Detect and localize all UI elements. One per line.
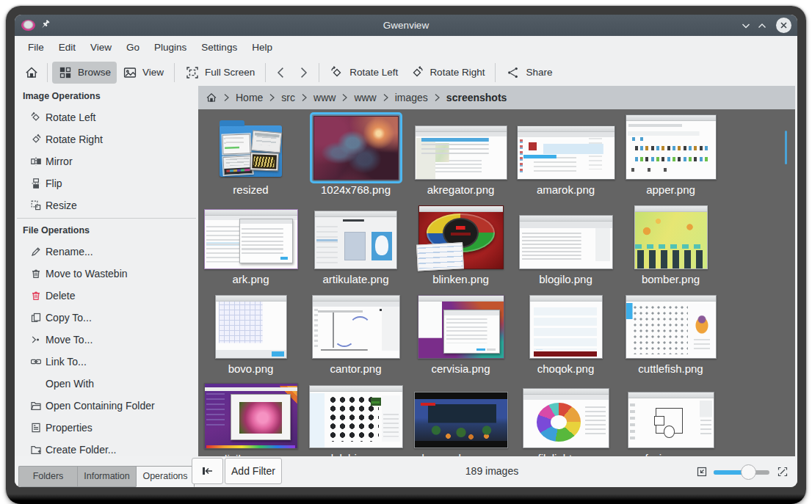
breadcrumb-separator-icon (434, 93, 441, 102)
thumbnail-choqok.png[interactable] (526, 291, 606, 362)
breadcrumb-item[interactable]: screenshots (446, 92, 507, 103)
fullscreen-icon[interactable] (777, 466, 789, 478)
copy-icon (30, 312, 42, 324)
menu-help[interactable]: Help (252, 42, 272, 53)
rotate-right-button[interactable]: Rotate Right (404, 62, 490, 84)
menu-go[interactable]: Go (126, 42, 139, 53)
full-screen-button[interactable]: Full Screen (179, 62, 261, 84)
maximize-button[interactable] (756, 20, 768, 32)
thumbnail-dolphin.png[interactable] (305, 381, 407, 452)
sidebar-item-open-containing-folder[interactable]: Open Containing Folder (15, 395, 198, 417)
thumbnail-filelight.png[interactable] (519, 384, 613, 452)
back-icon (274, 65, 289, 80)
shade-button[interactable] (740, 20, 752, 32)
slider-handle[interactable] (741, 464, 756, 480)
sidebar-item-rotate-left[interactable]: Rotate Left (15, 106, 198, 128)
sidebar-item-resize[interactable]: Resize (15, 194, 198, 216)
thumbnail-label: 1024x768.png (321, 184, 391, 196)
breadcrumb-item[interactable]: www (313, 92, 336, 103)
back-button[interactable] (270, 62, 292, 84)
window-title: Gwenview (15, 15, 797, 36)
sidebar-section-title: Image Operations (15, 86, 198, 106)
thumbnail-size-slider[interactable] (714, 470, 769, 475)
thumbnail-label: resized (233, 184, 268, 196)
link-icon (30, 356, 42, 368)
forward-button[interactable] (292, 62, 314, 84)
sidebar-item-properties[interactable]: Properties (15, 417, 198, 439)
thumbnail-cell: cantor.png (303, 290, 408, 379)
collapse-sidebar-button[interactable] (192, 458, 223, 484)
browse-button[interactable]: Browse (52, 62, 117, 84)
view-button[interactable]: View (117, 62, 170, 84)
thumbnail-digikam.png[interactable] (200, 379, 302, 453)
thumbnail-cervisia.png[interactable] (414, 291, 508, 362)
rotate-right-label: Rotate Right (429, 67, 485, 78)
sidebar-item-delete[interactable]: Delete (15, 285, 198, 307)
thumbnail-cell: akregator.png (408, 111, 513, 200)
thumbnail-image (517, 125, 615, 180)
breadcrumb-separator-icon (341, 93, 348, 102)
zoom-fit-icon[interactable] (696, 466, 708, 478)
rotate-left-button[interactable]: Rotate Left (324, 62, 404, 84)
tab-operations[interactable]: Operations (136, 466, 195, 487)
menu-edit[interactable]: Edit (59, 42, 76, 53)
breadcrumb-item[interactable]: images (395, 92, 428, 103)
thumbnail-cell: 1024x768.png (303, 111, 408, 200)
thumbnail-view[interactable]: resized1024x768.pngakregator.pngamarok.p… (198, 109, 795, 456)
breadcrumb-home-icon[interactable] (206, 92, 217, 103)
sidebar-item-open-with[interactable]: Open With (15, 373, 198, 395)
thumbnail-blinken.png[interactable] (415, 202, 507, 273)
thumbnail-cuttlefish.png[interactable] (622, 291, 720, 362)
sidebar-item-flip[interactable]: Flip (15, 172, 198, 194)
sidebar-item-move-to-wastebin[interactable]: Move to Wastebin (15, 263, 198, 285)
thumbnail-amarok.png[interactable] (513, 122, 619, 183)
close-button[interactable] (776, 18, 791, 33)
menu-plugins[interactable]: Plugins (154, 42, 186, 53)
tab-folders[interactable]: Folders (18, 466, 77, 487)
sidebar-item-move-to[interactable]: Move To... (15, 329, 198, 351)
thumbnail-akregator.png[interactable] (411, 122, 511, 183)
sidebar-item-copy-to[interactable]: Copy To... (15, 307, 198, 329)
thumbnail-1024x768.png[interactable] (310, 112, 402, 183)
thumbnail-image (309, 385, 403, 448)
sidebar-item-mirror[interactable]: Mirror (15, 150, 198, 172)
menu-view[interactable]: View (90, 42, 112, 53)
sidebar-divider (17, 218, 196, 219)
menu-file[interactable]: File (28, 42, 44, 53)
home-button[interactable] (21, 62, 43, 84)
thumbnail-blogilo.png[interactable] (515, 211, 617, 273)
tab-information[interactable]: Information (77, 466, 136, 487)
add-filter-button[interactable]: Add Filter (225, 458, 282, 484)
breadcrumb-separator-icon (383, 93, 389, 102)
sidebar-item-rotate-right[interactable]: Rotate Right (15, 128, 198, 150)
thumbnail-artikulate.png[interactable] (311, 207, 401, 273)
thumbnail-bovo.png[interactable] (211, 291, 291, 362)
breadcrumb-item[interactable]: Home (236, 92, 263, 103)
thumbnail-bomber.png[interactable] (631, 202, 711, 273)
thumbnail-resized[interactable] (214, 114, 288, 183)
thumbnail-ark.png[interactable] (200, 205, 302, 273)
full-screen-icon (185, 65, 200, 80)
thumbnail-image (519, 215, 613, 269)
breadcrumb-item[interactable]: src (281, 92, 295, 103)
title-bar[interactable]: Gwenview (15, 15, 797, 36)
thumbnail-fsview.png[interactable] (624, 388, 718, 452)
thumbnail-cell: bomber.png (618, 200, 723, 290)
vertical-scrollbar[interactable] (785, 131, 787, 164)
sidebar-item-rename[interactable]: Rename... (15, 241, 198, 263)
thumbnail-image (204, 209, 298, 269)
gwenview-window: Gwenview FileEditViewGoPluginsSettingsHe… (15, 15, 797, 487)
thumbnail-label: akregator.png (427, 184, 495, 196)
thumbnail-image (626, 295, 717, 359)
share-button[interactable]: Share (500, 62, 558, 84)
thumbnail-dragonplayer.png[interactable] (410, 388, 512, 452)
sidebar-item-link-to[interactable]: Link To... (15, 351, 198, 373)
thumbnail-label: choqok.png (537, 363, 595, 375)
thumbnail-cantor.png[interactable] (308, 291, 404, 362)
thumbnail-image (314, 211, 397, 269)
breadcrumb-item[interactable]: www (354, 92, 376, 103)
delete-icon (30, 290, 42, 302)
menu-settings[interactable]: Settings (201, 42, 237, 53)
thumbnail-cell: ark.png (198, 200, 303, 290)
thumbnail-apper.png[interactable] (622, 111, 720, 183)
